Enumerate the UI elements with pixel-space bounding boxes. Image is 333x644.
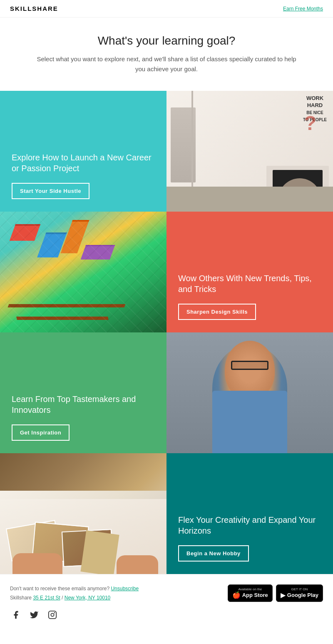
man-face: [225, 341, 275, 399]
hobby-button[interactable]: Begin a New Hobby: [178, 545, 249, 562]
design-button[interactable]: Sharpen Design Skills: [178, 304, 256, 320]
svg-rect-0: [49, 611, 56, 619]
facebook-icon[interactable]: [10, 609, 22, 621]
address-prefix: Skillshare: [10, 595, 32, 601]
city-block-1: [10, 224, 41, 241]
social-icons: [10, 609, 323, 621]
tastemakers-image: [166, 332, 333, 453]
career-content: Explore How to Launch a New Career or Pa…: [0, 91, 166, 212]
google-play-label: Google Play: [287, 592, 318, 598]
hero-title: What's your learning goal?: [33, 34, 300, 47]
career-button[interactable]: Start Your Side Hustle: [12, 183, 89, 199]
city-separator: /: [62, 595, 65, 601]
instagram-svg: [48, 610, 57, 619]
unsubscribe-text: Don't want to receive these emails anymo…: [10, 586, 109, 592]
road-2: [16, 317, 108, 320]
city-link[interactable]: New York, NY 10010: [65, 595, 111, 601]
man-shirt: [212, 391, 287, 453]
footer-left: Don't want to receive these emails anymo…: [10, 584, 139, 602]
row-2: Wow Others With New Trends, Tips, and Tr…: [0, 212, 333, 332]
play-icon: ▶: [281, 591, 286, 599]
man-glasses: [231, 361, 268, 370]
header: SKILLSHARE Earn Free Months: [0, 0, 333, 17]
unsubscribe-row: Don't want to receive these emails anymo…: [10, 584, 139, 594]
unsubscribe-link[interactable]: Unsubscribe: [111, 586, 139, 592]
hobby-title: Flex Your Creativity and Expand Your Hor…: [178, 514, 321, 536]
hobby-content: Flex Your Creativity and Expand Your Hor…: [166, 453, 333, 574]
row-3: Learn From Top Tastemakers and Innovator…: [0, 332, 333, 453]
career-title: Explore How to Launch a New Career or Pa…: [12, 152, 155, 174]
design-content: Wow Others With New Trends, Tips, and Tr…: [166, 212, 333, 332]
twitter-icon[interactable]: [28, 609, 40, 621]
twitter-svg: [30, 610, 39, 619]
hand-left: [12, 553, 62, 574]
address-row: Skillshare 35 E 21st St / New York, NY 1…: [10, 594, 139, 603]
footer-top: Don't want to receive these emails anymo…: [10, 584, 323, 602]
facebook-svg: [11, 610, 20, 619]
city-block-2: [37, 232, 67, 257]
tastemakers-card: Learn From Top Tastemakers and Innovator…: [0, 332, 166, 453]
row-4: Flex Your Creativity and Expand Your Hor…: [0, 453, 333, 574]
question-mark: ?: [304, 112, 316, 135]
design-title: Wow Others With New Trends, Tips, and Tr…: [178, 273, 321, 295]
earn-free-months-link[interactable]: Earn Free Months: [283, 6, 323, 12]
instagram-icon[interactable]: [47, 609, 58, 621]
row-1: Explore How to Launch a New Career or Pa…: [0, 91, 333, 212]
career-image: WORKHARDBE NICETO PEOPLE ?: [166, 91, 333, 212]
cards-grid: Explore How to Launch a New Career or Pa…: [0, 91, 333, 574]
city-block-4: [81, 245, 115, 260]
hero-subtitle: Select what you want to explore next, an…: [33, 54, 300, 74]
city-block-3: [60, 220, 89, 253]
photo-4: [80, 530, 119, 574]
app-store-badge[interactable]: Available on the 🍎 App Store: [228, 584, 273, 602]
footer: Don't want to receive these emails anymo…: [0, 574, 333, 633]
svg-point-1: [51, 614, 54, 617]
app-badges: Available on the 🍎 App Store GET IT ON ▶…: [228, 584, 323, 602]
google-play-badge[interactable]: GET IT ON ▶ Google Play: [276, 584, 323, 602]
app-store-small: Available on the: [238, 587, 262, 591]
app-store-inner: 🍎 App Store: [232, 591, 268, 599]
tastemakers-button[interactable]: Get Inspiration: [12, 424, 70, 441]
tastemakers-content: Learn From Top Tastemakers and Innovator…: [0, 332, 166, 453]
hobby-image: [0, 453, 166, 574]
google-play-small: GET IT ON: [291, 587, 308, 591]
road: [8, 304, 126, 307]
apple-icon: 🍎: [232, 591, 241, 599]
desk-surface: [166, 187, 333, 212]
hero-section: What's your learning goal? Select what y…: [0, 17, 333, 82]
hand-right: [117, 555, 158, 574]
design-image: [0, 212, 166, 332]
design-card: Wow Others With New Trends, Tips, and Tr…: [166, 212, 333, 332]
logo: SKILLSHARE: [10, 5, 58, 12]
app-store-label: App Store: [242, 592, 268, 598]
svg-point-2: [54, 612, 55, 614]
career-card: Explore How to Launch a New Career or Pa…: [0, 91, 166, 212]
tastemakers-title: Learn From Top Tastemakers and Innovator…: [12, 394, 155, 415]
address-link[interactable]: 35 E 21st St: [33, 595, 60, 601]
hobby-card: Flex Your Creativity and Expand Your Hor…: [166, 453, 333, 574]
google-play-inner: ▶ Google Play: [281, 591, 318, 599]
